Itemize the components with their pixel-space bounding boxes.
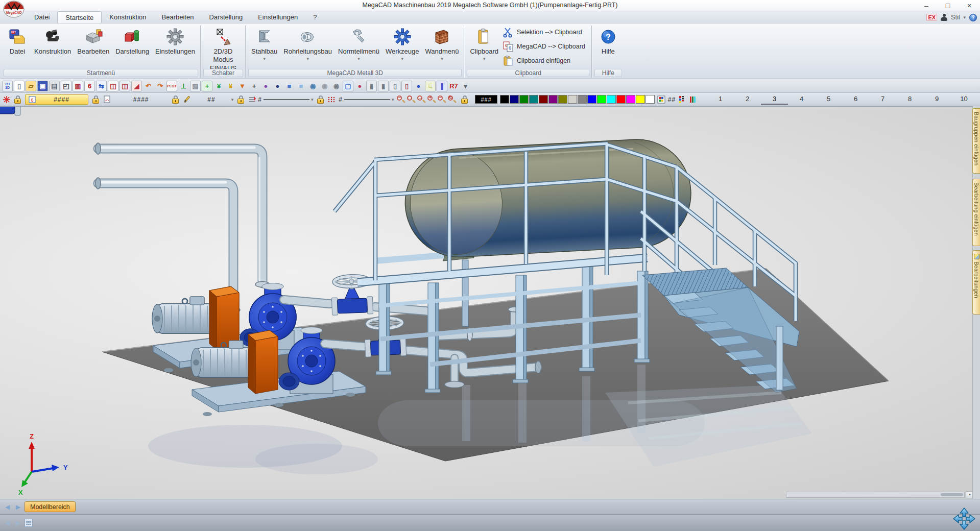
ribbon-bearbeiten-button[interactable]: Bearbeiten	[74, 25, 112, 68]
ribbon-clipboard-button[interactable]: Clipboard ▾	[467, 25, 501, 68]
color-swatch-6[interactable]	[558, 95, 567, 104]
ribbon-einstellungen-button[interactable]: Einstellungen	[152, 25, 198, 68]
measure-icon[interactable]: +	[249, 81, 259, 91]
page-tab-7[interactable]: 7	[869, 94, 896, 105]
menu-item-darstellung[interactable]: Darstellung	[201, 11, 250, 23]
monitor-icon[interactable]: ▢	[343, 81, 353, 91]
parameter-value[interactable]: ####	[114, 96, 168, 103]
horizontal-scrollbar[interactable]	[786, 492, 965, 498]
ribbon-wandmenu-button[interactable]: Wandmenü ▾	[422, 25, 462, 68]
ribbon-hilfe-button[interactable]: ? Hilfe	[594, 25, 622, 68]
color-swatch-11[interactable]	[607, 95, 616, 104]
ex-badge-icon[interactable]: EX	[926, 14, 937, 21]
lock-icon[interactable]	[460, 95, 468, 104]
discharge-piping[interactable]	[95, 143, 270, 312]
color-swatch-4[interactable]	[539, 95, 548, 104]
ribbon-rohrleitungsbau-button[interactable]: Rohrleitungsbau ▾	[280, 25, 335, 68]
page-tab-1[interactable]: 1	[707, 94, 734, 105]
pen-icon[interactable]	[183, 95, 192, 104]
open-folder-icon[interactable]: ▱	[26, 81, 36, 91]
new-file-icon[interactable]: ▯	[14, 81, 25, 91]
megacad-to-clipboard-item[interactable]: 6 6 MegaCAD --> Clipboard	[501, 39, 589, 54]
color-swatch-13[interactable]	[626, 95, 635, 104]
document-settings-icon[interactable]: ▥	[73, 81, 83, 91]
style-dropdown-icon[interactable]: ▾	[963, 15, 966, 20]
page-tab-10[interactable]: 10	[950, 94, 977, 105]
model-scene[interactable]: Z Y X	[0, 107, 973, 499]
selektion-to-clipboard-item[interactable]: Selektion --> Clipboard	[501, 25, 589, 39]
page-tab-5[interactable]: 5	[815, 94, 842, 105]
wheel-dark-icon[interactable]: ◉	[331, 81, 342, 91]
zoom-tool-icon-1[interactable]: −	[396, 95, 405, 104]
grid-document-alt-icon[interactable]: ◫	[119, 81, 130, 91]
close-button[interactable]: ×	[959, 0, 980, 11]
structure-icon[interactable]: ≡	[425, 81, 436, 91]
sphere-navy-icon[interactable]: ●	[272, 81, 283, 91]
megacad-logo-icon[interactable]: MegaCAD	[3, 1, 25, 18]
snap-point-icon[interactable]	[3, 95, 10, 104]
probe-green-icon[interactable]: ¥	[213, 81, 224, 91]
cylinder-1-icon[interactable]: ▮	[366, 81, 377, 91]
page-tab-4[interactable]: 4	[788, 94, 815, 105]
menu-item-startseite[interactable]: Startseite	[57, 11, 102, 23]
color-swatch-10[interactable]	[597, 95, 606, 104]
model-space-tab[interactable]: Modellbereich	[25, 501, 76, 512]
plot-icon[interactable]: PLOT	[166, 81, 177, 91]
color-swatch-3[interactable]	[529, 95, 538, 104]
page-tab-2[interactable]: 2	[734, 94, 761, 105]
wheel-gray-icon[interactable]: ◉	[319, 81, 330, 91]
menu-item-bearbeiten[interactable]: Bearbeiten	[154, 11, 202, 23]
color-swatch-7[interactable]	[568, 95, 577, 104]
pen-width-dropdown-icon[interactable]: ▾	[231, 97, 234, 102]
side-tab-bearbeitungen[interactable]: Bearbeitungen	[972, 250, 980, 315]
cube-blue-icon[interactable]: ■	[284, 81, 295, 91]
color-swatch-2[interactable]	[519, 95, 529, 104]
page-tab-8[interactable]: 8	[896, 94, 923, 105]
cylinder-3-icon[interactable]: ▯	[390, 81, 400, 91]
side-tab-baugruppen-einf-gen[interactable]: Baugruppen einfügen	[972, 108, 980, 174]
menu-item--[interactable]: ?	[305, 11, 324, 23]
box-3d-icon[interactable]: ▧	[190, 81, 201, 91]
color-swatch-5[interactable]	[548, 95, 558, 104]
pen-colors-icon[interactable]	[689, 95, 698, 104]
color-swatch-8[interactable]	[578, 95, 587, 104]
side-tab-bearbeitung-einf-gen[interactable]: Bearbeitung einfügen	[972, 179, 980, 246]
cylinder-2-icon[interactable]: ▮	[378, 81, 389, 91]
lock-icon[interactable]	[316, 95, 324, 104]
grid-document-icon[interactable]: ◫	[108, 81, 118, 91]
style-selector[interactable]: Stil	[951, 14, 960, 21]
history-prev-icon[interactable]: ◀	[3, 518, 12, 527]
print-icon[interactable]: ▤	[49, 81, 60, 91]
eraser-icon[interactable]: ◢	[131, 81, 142, 91]
ribbon-datei-button[interactable]: PRT Datei	[4, 25, 31, 68]
print-preview-icon[interactable]: ◰	[61, 81, 71, 91]
axes-icon[interactable]: ⊥	[178, 81, 189, 91]
viewport-canvas[interactable]: Z Y X	[0, 106, 980, 499]
sphere-violet-icon[interactable]: ●	[260, 81, 271, 91]
layer-colors-icon[interactable]	[678, 95, 686, 104]
lock-icon[interactable]	[236, 95, 245, 104]
color-swatch-1[interactable]	[510, 95, 519, 104]
palette-dialog-icon[interactable]	[657, 95, 665, 104]
page-tab-3[interactable]: 3	[761, 94, 788, 105]
zoom-tool-icon-3[interactable]: ↔	[417, 95, 426, 104]
page-tab-6[interactable]: 6	[842, 94, 869, 105]
ribbon-werkzeuge-button[interactable]: Werkzeuge ▾	[383, 25, 422, 68]
box-add-icon[interactable]: +	[202, 81, 212, 91]
color-swatch-12[interactable]	[616, 95, 626, 104]
line-style-selector[interactable]: # ▾	[258, 96, 313, 103]
zoom-tool-icon-5[interactable]: −	[437, 95, 446, 104]
probe-yellow-icon[interactable]: ¥	[225, 81, 236, 91]
lock-icon[interactable]	[91, 95, 100, 104]
menu-item-datei[interactable]: Datei	[27, 11, 57, 23]
redo-icon[interactable]: ↷	[155, 81, 165, 91]
history-next-icon[interactable]: ▶	[14, 518, 22, 527]
ribbon-2d3d-toggle-button[interactable]: 2D/3D Modus EIN/AUS	[203, 25, 243, 68]
user-icon[interactable]	[941, 14, 947, 21]
sheet-icon[interactable]	[103, 95, 112, 104]
point-style-icon[interactable]	[328, 96, 337, 103]
opengl-sphere-icon[interactable]: ●	[413, 81, 424, 91]
zoom-tool-icon-4[interactable]: +	[427, 95, 436, 104]
color-swatch-14[interactable]	[636, 95, 645, 104]
pipes-icon[interactable]: ∥	[437, 81, 447, 91]
